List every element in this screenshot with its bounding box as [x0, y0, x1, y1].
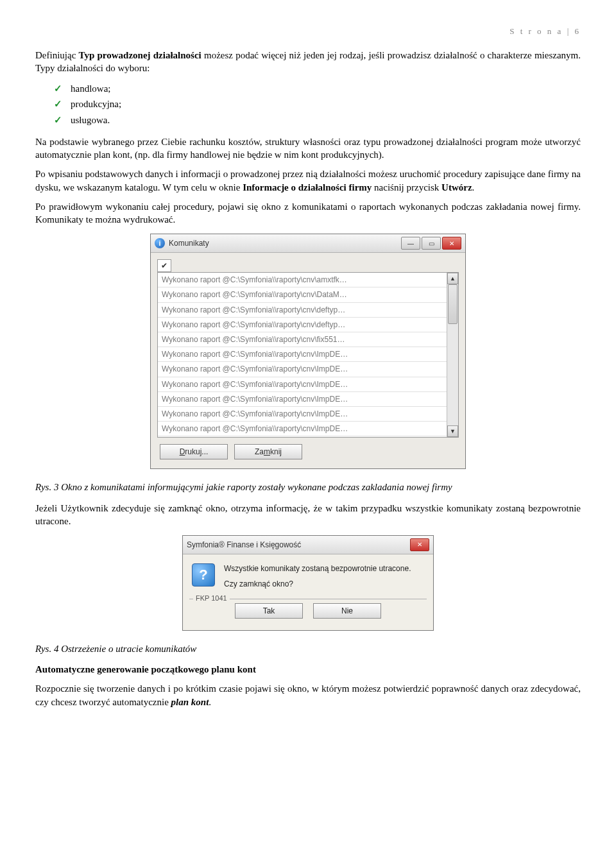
list-item: Wykonano raport @C:\Symfonia\\raporty\cn…	[158, 407, 447, 422]
dialog-frame-label: FKP 1041	[193, 594, 230, 603]
close-button[interactable]: Zamknij	[234, 444, 302, 459]
p6-b: plan kont	[171, 697, 209, 707]
p1-bold: Typ prowadzonej działalności	[79, 50, 201, 60]
paragraph-1: Definiując Typ prowadzonej działalności …	[35, 49, 581, 75]
close-btn-u: m	[264, 447, 270, 456]
list-item: Wykonano raport @C:\Symfonia\\raporty\cn…	[158, 287, 447, 302]
page-header: S t r o n a | 6	[35, 26, 581, 37]
dialog-line-1: Wszystkie komunikaty zostaną bezpowrotni…	[224, 563, 411, 574]
close-btn-pre: Za	[255, 447, 264, 456]
list-item: usługowa.	[71, 112, 581, 128]
p3-mid: naciśnij przycisk	[372, 182, 441, 193]
figure-caption-4: Rys. 4 Ostrzeżenie o utracie komunikatów	[35, 642, 581, 655]
dialog-title: Symfonia® Finanse i Księgowość	[187, 540, 410, 550]
info-icon: i	[155, 238, 165, 248]
close-btn-rest: knij	[270, 447, 282, 456]
dialog-close-button[interactable]: ✕	[410, 538, 429, 551]
print-btn-rest: rukuj...	[185, 447, 208, 456]
window-body: ✔ Wykonano raport @C:\Symfonia\\raporty\…	[151, 253, 465, 468]
list-item: Wykonano raport @C:\Symfonia\\raporty\cn…	[158, 332, 447, 347]
paragraph-3: Po wpisaniu podstawowych danych i inform…	[35, 167, 581, 194]
question-icon: ?	[192, 563, 215, 587]
activity-type-list: handlowa; produkcyjna; usługowa.	[35, 81, 581, 128]
p6-a: Rozpocznie się tworzenie danych i po kró…	[35, 683, 581, 707]
list-item: Wykonano raport @C:\Symfonia\\raporty\cn…	[158, 422, 447, 436]
figure-caption-3: Rys. 3 Okno z komunikatami informującymi…	[35, 481, 581, 493]
dialog-text: Wszystkie komunikaty zostaną bezpowrotni…	[224, 563, 411, 594]
maximize-button[interactable]: ▭	[422, 237, 441, 250]
report-list: Wykonano raport @C:\Symfonia\\raporty\cn…	[157, 272, 459, 438]
p3-b1: Informacje o działalności firmy	[243, 182, 372, 193]
window-close-button[interactable]: ✕	[442, 237, 461, 250]
yes-button[interactable]: Tak	[235, 603, 303, 619]
window-title: Komunikaty	[169, 238, 401, 248]
scroll-up-icon[interactable]: ▲	[447, 273, 458, 284]
paragraph-2: Na podstawie wybranego przez Ciebie rach…	[35, 135, 581, 162]
list-item: Wykonano raport @C:\Symfonia\\raporty\cn…	[158, 347, 447, 362]
scroll-down-icon[interactable]: ▼	[447, 425, 458, 437]
list-item: Wykonano raport @C:\Symfonia\\raporty\cn…	[158, 318, 447, 332]
print-button[interactable]: Drukuj...	[160, 444, 228, 459]
list-item: Wykonano raport @C:\Symfonia\\raporty\cn…	[158, 273, 447, 287]
paragraph-6: Rozpocznie się tworzenie danych i po kró…	[35, 682, 581, 708]
section-heading: Automatyczne generowanie początkowego pl…	[35, 663, 581, 676]
p3-end: .	[472, 182, 475, 193]
scroll-track[interactable]	[447, 284, 458, 425]
dialog-frame: FKP 1041 Tak Nie	[189, 599, 427, 626]
p3-b2: Utwórz	[441, 182, 472, 193]
paragraph-5: Jeżeli Użytkownik zdecyduje się zamknąć …	[35, 502, 581, 528]
list-item: Wykonano raport @C:\Symfonia\\raporty\cn…	[158, 377, 447, 392]
paragraph-4: Po prawidłowym wykonaniu całej procedury…	[35, 200, 581, 227]
list-item: Wykonano raport @C:\Symfonia\\raporty\cn…	[158, 362, 447, 377]
list-item: produkcyjna;	[71, 96, 581, 112]
minimize-button[interactable]: —	[401, 237, 420, 250]
dialog-titlebar: Symfonia® Finanse i Księgowość ✕	[183, 536, 433, 554]
list-item: Wykonano raport @C:\Symfonia\\raporty\cn…	[158, 436, 447, 437]
warning-dialog: Symfonia® Finanse i Księgowość ✕ ? Wszys…	[182, 535, 434, 631]
scroll-thumb[interactable]	[448, 284, 458, 324]
no-button[interactable]: Nie	[313, 603, 381, 619]
dialog-line-2: Czy zamknąć okno?	[224, 579, 411, 589]
list-header-check[interactable]: ✔	[157, 259, 171, 272]
list-item: Wykonano raport @C:\Symfonia\\raporty\cn…	[158, 392, 447, 407]
scrollbar[interactable]: ▲ ▼	[447, 273, 458, 437]
titlebar: i Komunikaty — ▭ ✕	[151, 234, 465, 253]
list-item: Wykonano raport @C:\Symfonia\\raporty\cn…	[158, 303, 447, 318]
p6-end: .	[209, 697, 211, 707]
messages-window: i Komunikaty — ▭ ✕ ✔ Wykonano raport @C:…	[150, 234, 466, 469]
list-item: handlowa;	[71, 81, 581, 96]
p1-pre: Definiując	[35, 50, 79, 60]
